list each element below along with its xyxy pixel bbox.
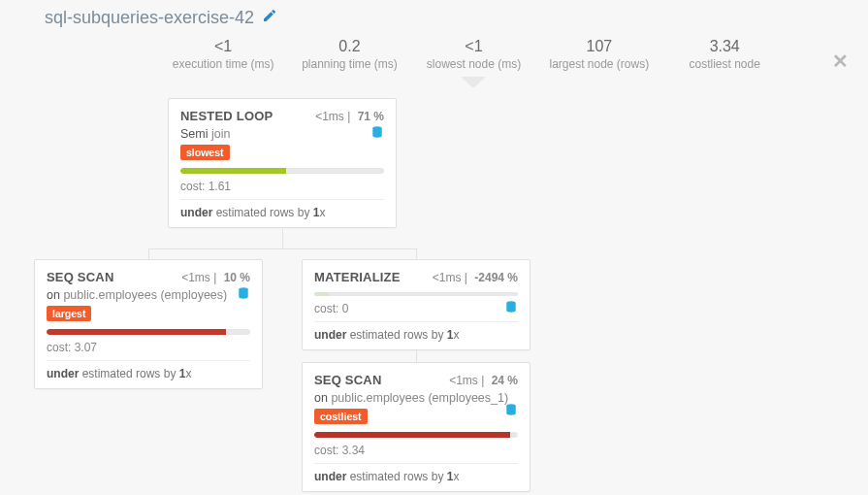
database-icon[interactable] (504, 403, 518, 419)
node-subtitle: on public.employees (employees) (47, 288, 250, 302)
estimate-line: under estimated rows by 1x (47, 367, 250, 380)
database-icon[interactable] (237, 286, 250, 303)
stat-slow-node: <1 slowest node (ms) (425, 38, 522, 71)
stat-exec-time: <1 execution time (ms) (173, 38, 274, 71)
node-seq-scan-employees[interactable]: SEQ SCAN <1ms | 10 % on public.employees… (34, 259, 263, 389)
progress-bar (180, 168, 384, 174)
cost-line: cost: 1.61 (180, 180, 384, 200)
stat-value: 0.2 (301, 38, 398, 55)
node-nested-loop[interactable]: NESTED LOOP <1ms | 71 % Semi join slowes… (168, 98, 397, 228)
tag-costliest: costliest (314, 409, 368, 424)
node-metrics: <1ms | 71 % (315, 110, 384, 123)
node-title: MATERIALIZE (314, 270, 401, 284)
tag-slowest: slowest (180, 145, 230, 160)
stat-largest-node: 107 largest node (rows) (549, 38, 649, 71)
node-materialize[interactable]: MATERIALIZE <1ms | -2494 % cost: 0 under… (302, 259, 530, 350)
connector (416, 248, 417, 259)
stat-value: <1 (173, 38, 274, 55)
node-subtitle: on public.employees (employees_1) (314, 391, 518, 405)
stat-label: slowest node (ms) (425, 57, 522, 71)
svg-marker-0 (461, 77, 486, 88)
stat-label: largest node (rows) (549, 57, 649, 71)
node-metrics: <1ms | 10 % (181, 271, 250, 284)
cost-line: cost: 0 (314, 302, 518, 322)
node-title: SEQ SCAN (47, 270, 114, 284)
plan-tree: NESTED LOOP <1ms | 71 % Semi join slowes… (19, 98, 849, 495)
stat-label: planning time (ms) (301, 57, 398, 71)
page-title-row: sql-subqueries-exercise-42 (19, 8, 849, 28)
stat-plan-time: 0.2 planning time (ms) (301, 38, 398, 71)
stats-row: <1 execution time (ms) 0.2 planning time… (19, 38, 849, 71)
progress-bar (314, 432, 518, 438)
connector (148, 248, 149, 259)
estimate-line: under estimated rows by 1x (314, 470, 518, 483)
node-metrics: <1ms | -2494 % (433, 271, 518, 284)
caret-down-icon (19, 77, 849, 88)
database-icon[interactable] (504, 300, 518, 316)
stat-value: 107 (549, 38, 649, 55)
estimate-line: under estimated rows by 1x (180, 206, 384, 219)
connector (148, 248, 416, 249)
edit-icon[interactable] (262, 8, 277, 28)
page-title: sql-subqueries-exercise-42 (45, 8, 254, 28)
cost-line: cost: 3.07 (47, 341, 250, 361)
connector (282, 229, 283, 248)
node-metrics: <1ms | 24 % (449, 374, 518, 387)
stat-label: execution time (ms) (173, 57, 274, 71)
close-icon[interactable]: ✕ (832, 50, 849, 73)
progress-bar (47, 329, 250, 335)
stat-value: <1 (425, 38, 522, 55)
stat-costliest-node: 3.34 costliest node (676, 38, 773, 71)
stat-label: costliest node (676, 57, 773, 71)
cost-line: cost: 3.34 (314, 444, 518, 464)
tag-largest: largest (47, 306, 91, 321)
node-title: SEQ SCAN (314, 373, 382, 387)
database-icon[interactable] (370, 125, 384, 142)
progress-bar (314, 292, 518, 296)
node-seq-scan-employees-1[interactable]: SEQ SCAN <1ms | 24 % on public.employees… (302, 362, 530, 492)
estimate-line: under estimated rows by 1x (314, 328, 518, 342)
node-title: NESTED LOOP (180, 109, 273, 123)
node-subtitle: Semi join (180, 127, 384, 141)
stat-value: 3.34 (676, 38, 773, 55)
